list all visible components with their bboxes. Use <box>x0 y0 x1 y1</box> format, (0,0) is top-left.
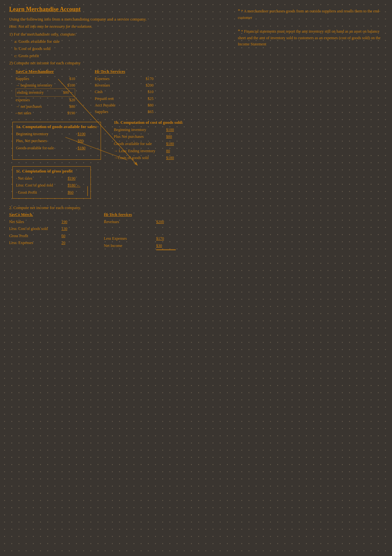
comp2s-gp-val: 60 <box>61 233 81 240</box>
list-item: Net Sales 190 <box>9 219 81 226</box>
list-item: Gross Profit 60 <box>9 233 81 240</box>
comp-1b-cogs-value: $180 <box>166 155 186 162</box>
note2-text: * Financial statements must report the a… <box>238 29 381 47</box>
hitech-expenses-value: $170 <box>137 75 154 82</box>
list-item: Less Expenses $170 <box>104 235 176 242</box>
list-item: · Gross Profit $60 <box>16 189 87 196</box>
saveco-net-sales-value: $190 <box>59 110 75 116</box>
list-item: Net Income $30 <box>104 242 176 251</box>
list-item: Beginning inventory $100 <box>16 131 97 138</box>
saveco-begin-inv-label: → beginning inventory <box>16 82 52 89</box>
hitech-cash-value: $10 <box>137 89 154 95</box>
comp-1a-goods-value: $180 <box>78 145 97 152</box>
hitech-acctpay-label: Acct Payable <box>95 102 131 108</box>
comp-1b-less-value: 80 <box>166 148 186 155</box>
list-item: Less: Expenses 20 <box>9 239 81 247</box>
saveco-net-sales-label: ⌐net sales <box>16 110 52 116</box>
hitech-supplies-value: $65 <box>137 108 154 115</box>
list-item: →Costs of goods sold $180 <box>114 155 186 162</box>
comp-1a-block: 1a. Computation of goods available for s… <box>12 122 101 160</box>
comp2s-cogs-val: 130 <box>61 225 81 233</box>
note2-star: * <box>238 29 240 34</box>
comp-1c-less-label: Less: Cost of good sold <box>16 182 65 189</box>
hitech-revenues-value: $200 <box>137 82 154 89</box>
subtitle: Using the following info from a merchand… <box>9 16 225 23</box>
list-item: Revenues $200 <box>95 82 154 89</box>
comp-1b-plus-label: Plus Net purchases <box>114 133 164 140</box>
list-item: · Net sales $190 <box>16 175 87 182</box>
list-item: Supplies $10 <box>16 75 75 82</box>
comp2s-gp-lbl: Gross Profit <box>9 233 59 240</box>
comp-2-hitech-title: Hi-Tech Services <box>104 212 176 217</box>
list-item: Plus, Net purchases $80 <box>16 138 97 145</box>
list-item: Goods available for sale $180 <box>114 140 186 148</box>
saveco-expenses-value: $20 <box>59 97 75 103</box>
note1-star: * <box>238 8 240 13</box>
list-item: Goods available for sale $180 <box>16 145 97 152</box>
saveco-begin-inv-value: $100 <box>59 82 75 89</box>
hitech-prepaid-label: Prepaid rent <box>95 95 131 102</box>
comp-1a-plus-value: $80 <box>78 138 97 145</box>
comp-1b-block: 1b. Computation of cost of goods sold: B… <box>114 120 186 162</box>
section2-header: 2. Compute net income for each company. <box>9 205 225 210</box>
part-c: c: Gross profit <box>14 53 225 58</box>
list-item: → beginning inventory $100 <box>16 82 75 89</box>
hitech-acctpay-value: $80 <box>137 102 154 108</box>
list-item: Less: Cost of goods sold 130 <box>9 225 81 233</box>
comp-1a-begin-label: Beginning inventory <box>16 131 75 138</box>
part-d: 2) Compute net income for each company <box>9 60 225 66</box>
comp2h-rev-lbl: Revenues <box>104 219 154 226</box>
comp-1a-goods-label: Goods available for sale <box>16 145 75 152</box>
comp-1b-less-label: → Less: Ending inventory <box>114 148 164 155</box>
comp2s-netsales-val: 190 <box>61 219 81 226</box>
hitech-cash-label: Cash <box>95 89 131 95</box>
list-item: → Less: Ending inventory 80 <box>114 148 186 155</box>
comp-1b-begin-value: $100 <box>166 126 186 134</box>
comp2h-rev-val: $200 <box>156 219 176 226</box>
list-item: Less: Cost of good sold $180 ← <box>16 182 87 189</box>
comp-1a-begin-value: $100 <box>78 131 97 138</box>
list-item: Expenses $170 <box>95 75 154 82</box>
list-item: Revenues $200 <box>104 219 176 226</box>
comp2h-exp-lbl: Less Expenses <box>104 235 154 242</box>
saveco-supplies-label: Supplies <box>16 75 52 82</box>
part-b: b: Cost of goods sold <box>14 46 225 51</box>
list-item: Cash $10 <box>95 89 154 95</box>
comp-2-hitech: Hi-Tech Services Revenues $200 Less Expe… <box>104 212 176 251</box>
saveco-end-inv-label: ending inventory <box>17 89 51 96</box>
comp2h-exp-val: $170 <box>156 235 176 242</box>
list-item: Supplies $65 <box>95 108 154 115</box>
comp2h-ni-lbl: Net Income <box>104 242 154 251</box>
comp-1b-plus-value: $80 <box>166 133 186 140</box>
list-item: Prepaid rent $25 <box>95 95 154 102</box>
note-2: * * Financial statements must report the… <box>238 28 383 48</box>
comp-2-hitech-expenses-section: Less Expenses $170 Net Income $30 <box>104 235 176 250</box>
comp-1c-block: 1c. Computation of gross profit · Net sa… <box>12 166 91 199</box>
comp-1b-goods-label: Goods available for sale <box>114 140 164 148</box>
comp-1c-less-value: $180 ← <box>68 182 87 189</box>
hitech-column: Hi-Tech Services Expenses $170 Revenues … <box>95 69 154 117</box>
comp-1a-title: 1a. Computation of goods available for s… <box>16 124 97 129</box>
hitech-supplies-label: Supplies <box>95 108 131 115</box>
comp-1a-plus-label: Plus, Net purchases <box>16 138 75 145</box>
comp2s-cogs-lbl: Less: Cost of goods sold <box>9 225 59 233</box>
comp-2-row: SavCo Merch. Net Sales 190 Less: Cost of… <box>9 212 225 251</box>
comp-1c-gp-label: · Gross Profit <box>16 189 65 196</box>
list-item: → net purchases $80 <box>16 103 75 110</box>
comp-1b-goods-value: $180 <box>166 140 186 148</box>
comp2s-exp-lbl: Less: Expenses <box>9 239 59 247</box>
saveco-net-purch-value: $80 <box>59 103 75 110</box>
hitech-revenues-label: Revenues <box>95 82 131 89</box>
saveco-supplies-value: $10 <box>59 75 75 82</box>
saveco-expenses-label: expenses <box>16 97 52 103</box>
right-panel: * * A merchandiser purchases goods from … <box>231 6 383 253</box>
saveco-net-purch-label: → net purchases <box>16 103 52 110</box>
comp2s-netsales-lbl: Net Sales <box>9 219 59 226</box>
saveco-end-inv-value: $80 ← <box>57 89 74 96</box>
hint: Hint: Not all info may be necessary for … <box>9 24 225 29</box>
comp2s-exp-val: 20 <box>61 239 81 247</box>
saveco-column: SavCo Merchandiser Supplies $10 → beginn… <box>16 69 75 117</box>
comp-1c-netsales-value: $190 <box>68 175 87 182</box>
note-1: * * A merchandiser purchases goods from … <box>238 8 383 21</box>
comp-1c-title: 1c. Computation of gross profit <box>16 169 87 174</box>
